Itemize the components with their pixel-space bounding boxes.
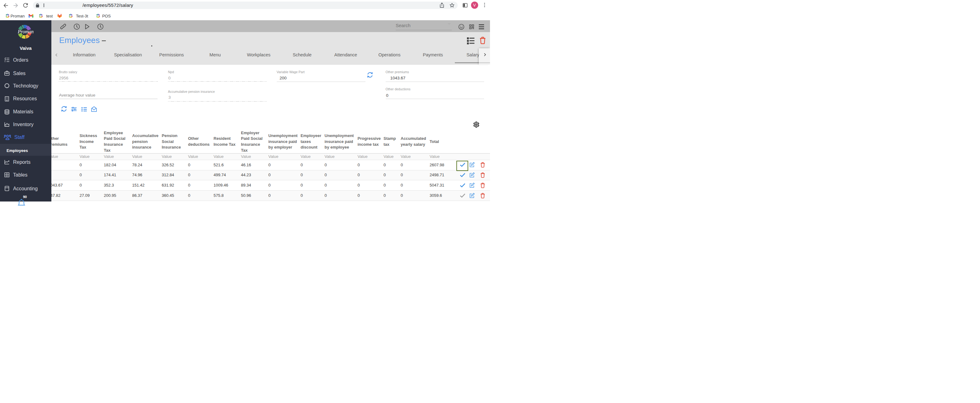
svg-text:Proman: Proman	[69, 15, 73, 16]
svg-text:Prochef: Prochef	[96, 15, 100, 16]
svg-text:Proman: Proman	[39, 15, 43, 16]
svg-text:Proman: Proman	[6, 15, 10, 16]
